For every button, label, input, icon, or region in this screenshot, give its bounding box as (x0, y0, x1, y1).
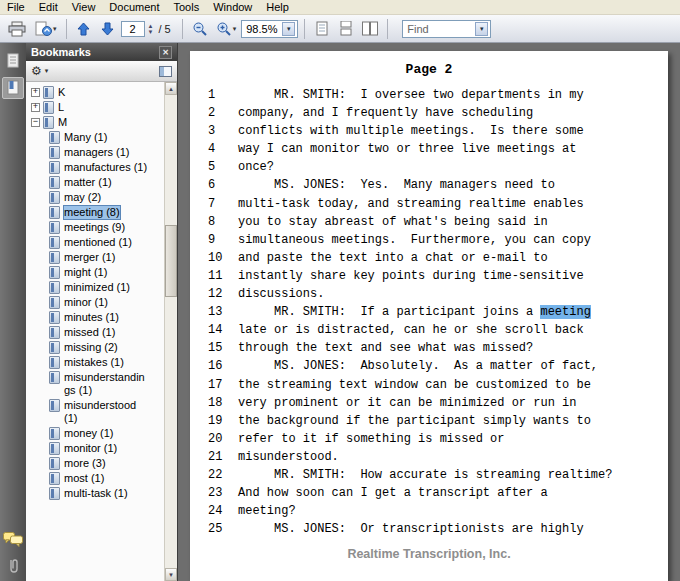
scroll-up-button[interactable]: ▲ (165, 82, 177, 95)
scrollbar-thumb[interactable] (165, 225, 177, 297)
bookmark-label: minutes (1) (64, 311, 119, 324)
up-arrow-icon (77, 22, 90, 36)
line-number: 21 (190, 448, 238, 466)
bookmarks-tree-wrap: +K+L−MMany (1)managers (1)manufactures (… (26, 82, 177, 581)
bookmark-icon (43, 101, 54, 114)
bookmark-item[interactable]: monitor (1) (28, 441, 164, 456)
collapse-minus-icon[interactable]: − (31, 118, 40, 127)
page-number-input[interactable] (121, 21, 145, 37)
bookmarks-panel-title: Bookmarks (31, 46, 91, 58)
bookmark-item[interactable]: money (1) (28, 426, 164, 441)
bookmarks-scrollbar[interactable]: ▲ ▼ (164, 82, 177, 581)
line-number: 14 (190, 321, 238, 339)
print-button[interactable] (5, 18, 29, 40)
bookmark-label: manufactures (1) (64, 161, 147, 174)
bookmark-label: minimized (1) (64, 281, 130, 294)
menu-tools[interactable]: Tools (167, 0, 207, 14)
bookmark-item[interactable]: minor (1) (28, 295, 164, 310)
bookmark-item[interactable]: Many (1) (28, 130, 164, 145)
bookmark-item[interactable]: mentioned (1) (28, 235, 164, 250)
transcript-line: 25 MS. JONES: Or transcriptionists are h… (190, 520, 668, 538)
transcript-line: 20refer to it if something is missed or (190, 430, 668, 448)
comments-panel-button[interactable] (2, 528, 24, 550)
expand-plus-icon[interactable]: + (31, 103, 40, 112)
find-input[interactable]: Find ▾ (402, 20, 491, 38)
chevron-down-icon: ▾ (53, 25, 57, 33)
bookmark-label: money (1) (64, 427, 114, 440)
bookmark-item[interactable]: minutes (1) (28, 310, 164, 325)
bookmark-label: most (1) (64, 472, 104, 485)
bookmark-item[interactable]: merger (1) (28, 250, 164, 265)
menu-edit[interactable]: Edit (32, 0, 65, 14)
page-footer: Realtime Transcription, Inc. (190, 547, 668, 561)
paperclip-icon (7, 558, 19, 575)
line-text: and paste the text into a chat or e-mail… (238, 249, 548, 267)
bookmark-item[interactable]: +K (28, 85, 164, 100)
zoom-level-value: 98.5% (246, 23, 280, 35)
bookmarks-icon (6, 80, 20, 96)
bookmark-item[interactable]: most (1) (28, 471, 164, 486)
email-button[interactable]: ▾ (31, 18, 60, 40)
attachments-panel-button[interactable] (2, 555, 24, 577)
bookmark-icon (49, 457, 60, 470)
menu-file[interactable]: File (0, 0, 32, 14)
scroll-down-button[interactable]: ▼ (165, 568, 177, 581)
zoom-in-button[interactable]: ▾ (213, 18, 240, 40)
chevron-down-icon[interactable]: ▾ (475, 22, 488, 36)
bookmark-item[interactable]: missing (2) (28, 340, 164, 355)
bookmark-item-selected[interactable]: meeting (8) (28, 205, 164, 220)
transcript-line: 16 MS. JONES: Absolutely. As a matter of… (190, 357, 668, 375)
bookmark-item[interactable]: −M (28, 115, 164, 130)
bookmark-item[interactable]: managers (1) (28, 145, 164, 160)
bookmark-item[interactable]: meetings (9) (28, 220, 164, 235)
transcript-line: 15through the text and see what was miss… (190, 339, 668, 357)
bookmark-item[interactable]: +L (28, 100, 164, 115)
content-area: Bookmarks ✕ ⚙ ▾ +K+L−MMany (1)managers (… (0, 43, 680, 581)
line-text: simultaneous meetings. Furthermore, you … (238, 231, 591, 249)
bookmark-item[interactable]: mistakes (1) (28, 355, 164, 370)
bookmark-item[interactable]: matter (1) (28, 175, 164, 190)
zoom-out-button[interactable] (189, 18, 211, 40)
line-text: discussions. (238, 285, 324, 303)
bookmark-item[interactable]: misunderstandings (1) (28, 370, 164, 398)
bookmark-item[interactable]: misunderstood (1) (28, 398, 164, 426)
bookmark-icon (49, 399, 60, 412)
menu-help[interactable]: Help (259, 0, 296, 14)
zoom-level-select[interactable]: 98.5% ▾ (241, 20, 298, 38)
next-page-button[interactable] (97, 18, 119, 40)
expand-bookmark-button[interactable] (159, 66, 172, 77)
pages-panel-button[interactable] (2, 50, 24, 72)
bookmark-item[interactable]: may (2) (28, 190, 164, 205)
bookmark-label: K (58, 86, 65, 99)
line-text: company, and I frequently have schedulin… (238, 104, 533, 122)
facing-view-button[interactable] (359, 18, 381, 40)
chevron-down-icon[interactable]: ▾ (282, 22, 295, 36)
bookmark-item[interactable]: manufactures (1) (28, 160, 164, 175)
options-menu-button[interactable]: ⚙ ▾ (31, 65, 48, 77)
page-spinner[interactable]: ▲ ▼ (148, 23, 154, 35)
bookmark-item[interactable]: multi-task (1) (28, 486, 164, 501)
bookmark-icon (49, 221, 60, 234)
bookmark-item[interactable]: minimized (1) (28, 280, 164, 295)
transcript-line: 19the background if the participant simp… (190, 412, 668, 430)
line-text: once? (238, 158, 274, 176)
bookmark-item[interactable]: might (1) (28, 265, 164, 280)
bookmarks-panel-button[interactable] (2, 77, 24, 99)
single-page-view-button[interactable] (311, 18, 333, 40)
find-placeholder: Find (407, 23, 473, 35)
line-text: very prominent or it can be minimized or… (238, 394, 576, 412)
close-panel-button[interactable]: ✕ (159, 46, 172, 59)
bookmark-item[interactable]: missed (1) (28, 325, 164, 340)
menu-window[interactable]: Window (206, 0, 259, 14)
expand-plus-icon[interactable]: + (31, 88, 40, 97)
previous-page-button[interactable] (73, 18, 95, 40)
bookmark-icon (49, 427, 60, 440)
continuous-view-button[interactable] (335, 18, 357, 40)
bookmark-label: missing (2) (64, 341, 118, 354)
menu-view[interactable]: View (65, 0, 103, 14)
bookmark-label: misunderstandings (1) (64, 371, 148, 397)
scrollbar-track[interactable] (165, 95, 177, 568)
line-number: 19 (190, 412, 238, 430)
menu-document[interactable]: Document (102, 0, 166, 14)
bookmark-item[interactable]: more (3) (28, 456, 164, 471)
